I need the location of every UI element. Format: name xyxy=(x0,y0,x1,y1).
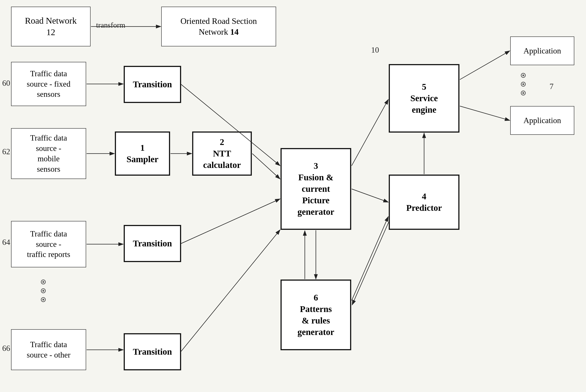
other-source-box: Traffic datasource - other xyxy=(11,329,86,370)
transition1-box: Transition xyxy=(124,66,181,103)
fixed-sensors-box: Traffic datasource - fixedsensors xyxy=(11,62,86,106)
dots-middle xyxy=(41,280,46,302)
sampler-box: 1Sampler xyxy=(115,132,170,176)
service-engine-box: 5Serviceengine xyxy=(389,64,460,132)
arrow-patterns-to-predictor xyxy=(352,216,388,300)
dot2 xyxy=(41,288,46,293)
diagram: Road Network12 Oriented Road SectionNetw… xyxy=(0,0,586,392)
patterns-box: 6Patterns& rulesgenerator xyxy=(281,280,351,350)
arrow-ntt-to-fusion xyxy=(252,154,280,179)
transition1-label: Transition xyxy=(133,79,172,90)
traffic-reports-label: Traffic datasource -traffic reports xyxy=(27,229,70,260)
label-60: 60 xyxy=(2,78,10,88)
patterns-label: 6Patterns& rulesgenerator xyxy=(298,292,334,338)
fusion-label: 3Fusion &currentPicturegenerator xyxy=(298,160,334,218)
dots-right xyxy=(521,73,526,96)
oriented-road-box: Oriented Road SectionNetwork 14 xyxy=(161,7,276,46)
label-10: 10 xyxy=(371,45,379,54)
label-7: 7 xyxy=(550,82,554,91)
mobile-sensors-label: Traffic datasource -mobilesensors xyxy=(30,133,67,174)
arrow-trans2-to-fusion xyxy=(181,199,280,244)
predictor-label: 4Predictor xyxy=(406,191,442,214)
fusion-box: 3Fusion &currentPicturegenerator xyxy=(281,148,351,230)
transform-label: transform xyxy=(96,21,125,30)
arrow-predictor-to-patterns xyxy=(352,221,389,305)
dot-r1 xyxy=(521,73,526,78)
transition3-label: Transition xyxy=(133,346,172,358)
sampler-label: 1Sampler xyxy=(126,142,158,165)
dot-r2 xyxy=(521,82,526,86)
other-source-label: Traffic datasource - other xyxy=(27,340,70,360)
arrow-service-to-app1 xyxy=(460,51,510,80)
ntt-label: 2NTTcalculator xyxy=(203,136,241,171)
predictor-box: 4Predictor xyxy=(389,174,460,230)
fixed-sensors-label: Traffic datasource - fixedsensors xyxy=(27,68,70,100)
app2-label: Application xyxy=(524,115,561,126)
label-64: 64 xyxy=(2,238,10,247)
transition3-box: Transition xyxy=(124,333,181,370)
label-62: 62 xyxy=(2,147,10,156)
arrow-service-to-app2 xyxy=(460,106,510,120)
dot3 xyxy=(41,297,46,302)
dot-r3 xyxy=(521,90,526,96)
transition2-box: Transition xyxy=(124,225,181,262)
road-network-label: Road Network12 xyxy=(25,15,77,38)
app2-box: Application xyxy=(510,106,574,135)
arrow-trans3-to-fusion xyxy=(181,230,280,351)
traffic-reports-box: Traffic datasource -traffic reports xyxy=(11,221,86,267)
label-66: 66 xyxy=(2,344,10,353)
arrow-fusion-to-service xyxy=(352,100,388,166)
transition2-label: Transition xyxy=(133,238,172,249)
service-engine-label: 5Serviceengine xyxy=(410,81,438,116)
road-network-box: Road Network12 xyxy=(11,7,90,46)
app1-label: Application xyxy=(524,46,561,56)
arrow-fusion-to-predictor xyxy=(352,189,388,202)
ntt-box: 2NTTcalculator xyxy=(192,132,252,176)
app1-box: Application xyxy=(510,36,574,65)
oriented-road-label: Oriented Road SectionNetwork 14 xyxy=(180,16,257,38)
mobile-sensors-box: Traffic datasource -mobilesensors xyxy=(11,128,86,179)
dot1 xyxy=(41,280,46,284)
